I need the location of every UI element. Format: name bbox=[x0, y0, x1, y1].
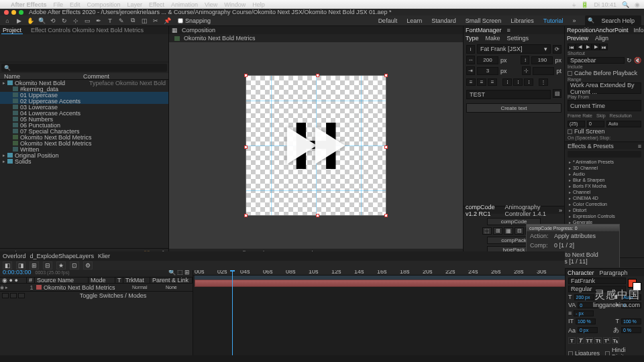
tab-effect-controls[interactable]: Effect Controls Okomito Next Bold Metric… bbox=[30, 27, 145, 34]
effect-category[interactable]: Boris FX Mocha bbox=[566, 183, 643, 189]
col-trkmat[interactable]: TrkMat bbox=[123, 278, 150, 283]
mute-icon[interactable]: 🔇 bbox=[634, 57, 641, 64]
effect-category[interactable]: Audio bbox=[566, 171, 643, 177]
anchor-tool-icon[interactable]: ⊹ bbox=[71, 17, 80, 25]
playfrom-select[interactable]: Current Time bbox=[568, 100, 641, 111]
effect-category[interactable]: Expression Controls bbox=[566, 213, 643, 219]
cc-g2-icon[interactable]: ⊞ bbox=[493, 227, 502, 235]
tsume-input[interactable]: 0 % bbox=[621, 327, 641, 333]
effect-category[interactable]: Blur & Sharpen bbox=[566, 177, 643, 183]
effect-category[interactable]: * Animation Presets bbox=[566, 159, 643, 165]
caps-toggle[interactable]: TT bbox=[586, 337, 593, 344]
last-frame-icon[interactable]: ⏭ bbox=[600, 44, 608, 50]
menu-layer[interactable]: Layer bbox=[127, 1, 143, 8]
tab-project[interactable]: Project bbox=[1, 27, 23, 34]
tree-row[interactable]: ▸Solids bbox=[0, 158, 168, 164]
menu-view[interactable]: View bbox=[205, 1, 217, 8]
orbit-tool-icon[interactable]: ⟲ bbox=[48, 17, 58, 25]
col-parent[interactable]: Parent & Link bbox=[150, 278, 193, 283]
puppet-tool-icon[interactable]: 📌 bbox=[162, 17, 172, 25]
fm-list-icon[interactable]: ▤ bbox=[553, 89, 561, 98]
effect-category[interactable]: Color Correction bbox=[566, 201, 643, 207]
fm-refresh-icon[interactable]: ⟳ bbox=[553, 45, 561, 54]
fm-tab-settings[interactable]: Settings bbox=[507, 35, 529, 42]
layer-icon[interactable]: ▦ bbox=[172, 27, 178, 34]
ov-t6-icon[interactable]: ⊡ bbox=[70, 261, 79, 269]
menu-window[interactable]: Window bbox=[224, 1, 246, 8]
tab-rap[interactable]: RepositionAnchorPoint bbox=[567, 27, 629, 34]
super-toggle[interactable]: T¹ bbox=[603, 337, 610, 344]
explode-label[interactable]: d_ExplodeShapeLayers bbox=[30, 253, 95, 259]
baseline-input[interactable]: 0 px bbox=[578, 327, 598, 333]
ov-t7-icon[interactable]: ⚙ bbox=[83, 261, 93, 269]
home-icon[interactable]: ⌂ bbox=[3, 17, 12, 25]
viewer[interactable]: H bbox=[169, 42, 463, 249]
align-top-icon[interactable]: ⫶ bbox=[502, 78, 512, 86]
effect-category[interactable]: Channel bbox=[566, 189, 643, 195]
ws-small[interactable]: Small Screen bbox=[462, 16, 506, 25]
project-tree[interactable]: ▸Okomito Next BoldTypeface Okomito Next … bbox=[0, 80, 168, 248]
fm-menu-icon[interactable]: ≡ bbox=[507, 27, 511, 34]
first-frame-icon[interactable]: ⏮ bbox=[568, 44, 576, 50]
effect-category[interactable]: 3D Channel bbox=[566, 165, 643, 171]
vscale-input[interactable]: 100 % bbox=[576, 318, 596, 324]
search-help[interactable]: 🔍 Search Help bbox=[585, 15, 641, 26]
battery-icon[interactable]: 🔋 bbox=[581, 1, 588, 8]
tl-zoom-switches[interactable] bbox=[0, 293, 34, 298]
ov-t4-icon[interactable]: ⊟ bbox=[43, 261, 52, 269]
tab-composition[interactable]: Composition bbox=[182, 27, 215, 34]
prev-frame-icon[interactable]: ◀ bbox=[576, 44, 584, 50]
selection-tool-icon[interactable]: ▶ bbox=[14, 17, 23, 25]
siri-icon[interactable]: ◉ bbox=[635, 1, 640, 8]
rap-tab-align[interactable]: Align bbox=[595, 35, 608, 42]
italic-toggle[interactable]: T bbox=[577, 337, 584, 344]
size-input[interactable]: 200 px bbox=[574, 294, 594, 300]
canvas[interactable]: H bbox=[246, 75, 386, 216]
ov-t5-icon[interactable]: ★ bbox=[56, 261, 66, 269]
menu-effect[interactable]: Effect bbox=[149, 1, 164, 8]
align-left-icon[interactable]: ≡ bbox=[466, 78, 476, 86]
toggle-switches-button[interactable]: Toggle Switches / Modes bbox=[80, 292, 147, 299]
range-select[interactable]: Work Area Extended By Current ... bbox=[568, 82, 641, 94]
ws-standard[interactable]: Standard bbox=[427, 16, 460, 25]
layer-color-icon[interactable] bbox=[36, 285, 42, 290]
effect-category[interactable]: CINEMA 4D bbox=[566, 195, 643, 201]
ov-t2-icon[interactable]: ◨ bbox=[16, 261, 25, 269]
fm-height-input[interactable]: 190 bbox=[531, 56, 553, 64]
stroke-input[interactable]: - px bbox=[574, 310, 594, 316]
rap-tab-preview[interactable]: Preview bbox=[567, 35, 588, 42]
loop-icon[interactable]: ↻ bbox=[627, 57, 632, 64]
fm-info-icon[interactable]: i bbox=[466, 45, 475, 54]
klier-label[interactable]: Klier bbox=[98, 253, 110, 259]
effects-presets-header[interactable]: Effects & Presets≡ bbox=[565, 141, 644, 149]
menu-help[interactable]: Help bbox=[252, 1, 265, 8]
fm-tab-make[interactable]: Make bbox=[486, 35, 500, 42]
cc-more-icon[interactable]: » bbox=[559, 207, 562, 214]
text-tool-icon[interactable]: T bbox=[105, 17, 115, 25]
tab-info[interactable]: Info bbox=[634, 27, 644, 34]
kerning-input[interactable]: 0 bbox=[578, 302, 598, 308]
tracking-input[interactable]: 0 bbox=[621, 302, 641, 308]
rect-tool-icon[interactable]: ▭ bbox=[83, 17, 92, 25]
roto-tool-icon[interactable]: ✂ bbox=[151, 17, 160, 25]
traffic-lights[interactable] bbox=[4, 10, 23, 15]
fm-create-button[interactable]: Create text bbox=[466, 103, 561, 113]
brush-tool-icon[interactable]: ✎ bbox=[117, 17, 126, 25]
smallcaps-toggle[interactable]: Tt bbox=[594, 337, 602, 344]
col-comment[interactable]: Comment bbox=[80, 73, 168, 79]
bold-toggle[interactable]: T bbox=[568, 337, 576, 344]
align-mid-icon[interactable]: ⫶ bbox=[513, 78, 523, 86]
app-menu[interactable]: After Effects bbox=[11, 1, 47, 8]
hand-tool-icon[interactable]: ✋ bbox=[25, 17, 35, 25]
leading-input[interactable]: Auto bbox=[621, 294, 641, 300]
clone-tool-icon[interactable]: ⧉ bbox=[128, 17, 138, 25]
next-frame-icon[interactable]: ▶ bbox=[592, 44, 600, 50]
ws-default[interactable]: Default bbox=[374, 16, 402, 25]
effect-category[interactable]: Distort bbox=[566, 207, 643, 213]
cc-g4-icon[interactable]: ⊟ bbox=[515, 227, 524, 235]
wifi-icon[interactable]: ⏚ bbox=[572, 1, 576, 8]
mode-dropdown[interactable]: Normal bbox=[132, 285, 166, 290]
menu-composition[interactable]: Composition bbox=[87, 1, 121, 8]
align-right-icon[interactable]: ≡ bbox=[488, 78, 497, 86]
comp-name[interactable]: Okomito Next Bold Metrics bbox=[184, 35, 256, 42]
